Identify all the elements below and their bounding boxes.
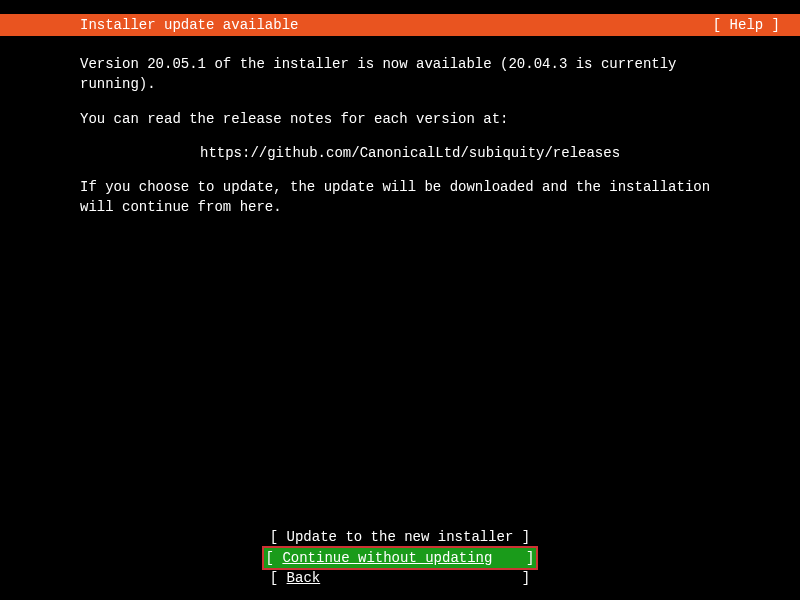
top-spacer [0, 0, 800, 14]
back-label: Back [287, 570, 321, 586]
bracket-close: ] [320, 570, 530, 586]
version-info-text: Version 20.05.1 of the installer is now … [80, 54, 720, 95]
bracket-open: [ [266, 550, 283, 566]
bracket-open: [ [270, 570, 287, 586]
header-bar: Installer update available [ Help ] [0, 14, 800, 36]
bracket-close: ] [492, 550, 534, 566]
page-title: Installer update available [80, 17, 298, 33]
content-area: Version 20.05.1 of the installer is now … [0, 36, 800, 218]
release-notes-intro: You can read the release notes for each … [80, 109, 720, 129]
button-group: [ Update to the new installer ] [ Contin… [0, 527, 800, 588]
continue-label: Continue without updating [282, 550, 492, 566]
update-installer-button[interactable]: [ Update to the new installer ] [268, 527, 532, 547]
help-button[interactable]: [ Help ] [713, 17, 780, 33]
update-explanation-text: If you choose to update, the update will… [80, 177, 720, 218]
release-notes-url: https://github.com/CanonicalLtd/subiquit… [80, 143, 720, 163]
continue-without-updating-button[interactable]: [ Continue without updating ] [264, 548, 537, 568]
back-button[interactable]: [ Back ] [268, 568, 532, 588]
